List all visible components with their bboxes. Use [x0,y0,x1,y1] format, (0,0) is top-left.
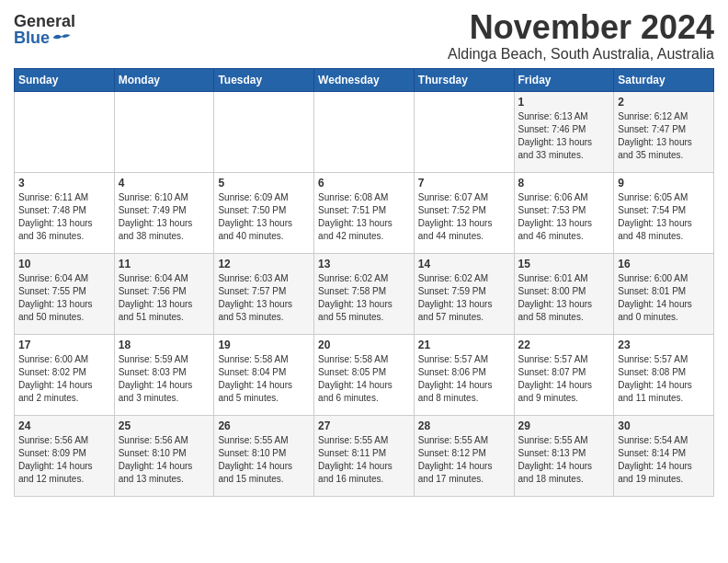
table-row: 24Sunrise: 5:56 AM Sunset: 8:09 PM Dayli… [15,415,115,496]
table-row: 14Sunrise: 6:02 AM Sunset: 7:59 PM Dayli… [414,253,514,334]
day-number: 25 [119,419,210,432]
day-number: 24 [18,419,110,432]
calendar-table: Sunday Monday Tuesday Wednesday Thursday… [14,68,714,497]
day-info: Sunrise: 5:55 AM Sunset: 8:13 PM Dayligh… [518,434,610,486]
day-number: 5 [218,177,310,190]
col-sunday: Sunday [15,68,115,91]
day-info: Sunrise: 6:08 AM Sunset: 7:51 PM Dayligh… [318,191,410,243]
table-row: 19Sunrise: 5:58 AM Sunset: 8:04 PM Dayli… [214,334,314,415]
table-row: 13Sunrise: 6:02 AM Sunset: 7:58 PM Dayli… [314,253,415,334]
table-row: 22Sunrise: 5:57 AM Sunset: 8:07 PM Dayli… [514,334,614,415]
day-info: Sunrise: 6:02 AM Sunset: 7:59 PM Dayligh… [418,272,510,324]
day-number: 11 [119,258,210,270]
day-number: 7 [418,177,510,190]
table-row: 20Sunrise: 5:58 AM Sunset: 8:05 PM Dayli… [314,334,415,415]
day-info: Sunrise: 5:56 AM Sunset: 8:10 PM Dayligh… [119,434,210,486]
day-info: Sunrise: 6:04 AM Sunset: 7:55 PM Dayligh… [18,272,110,324]
calendar-week-row: 3Sunrise: 6:11 AM Sunset: 7:48 PM Daylig… [15,172,714,253]
day-info: Sunrise: 5:57 AM Sunset: 8:06 PM Dayligh… [418,353,510,405]
calendar-week-row: 1Sunrise: 6:13 AM Sunset: 7:46 PM Daylig… [15,91,714,172]
calendar-week-row: 24Sunrise: 5:56 AM Sunset: 8:09 PM Dayli… [15,415,714,496]
day-info: Sunrise: 6:04 AM Sunset: 7:56 PM Dayligh… [119,272,210,324]
day-number: 23 [618,339,710,351]
day-info: Sunrise: 6:02 AM Sunset: 7:58 PM Dayligh… [318,272,410,324]
day-number: 12 [218,258,310,270]
table-row: 7Sunrise: 6:07 AM Sunset: 7:52 PM Daylig… [414,172,514,253]
table-row: 15Sunrise: 6:01 AM Sunset: 8:00 PM Dayli… [514,253,614,334]
table-row [114,91,214,172]
day-info: Sunrise: 6:13 AM Sunset: 7:46 PM Dayligh… [518,110,610,162]
day-number: 29 [518,419,610,432]
header-row: Sunday Monday Tuesday Wednesday Thursday… [15,68,714,91]
table-row [314,91,415,172]
day-info: Sunrise: 5:55 AM Sunset: 8:11 PM Dayligh… [318,434,410,486]
day-info: Sunrise: 6:11 AM Sunset: 7:48 PM Dayligh… [18,191,110,243]
month-title: November 2024 [448,9,714,46]
day-info: Sunrise: 6:01 AM Sunset: 8:00 PM Dayligh… [518,272,610,324]
day-number: 27 [318,419,410,432]
table-row: 11Sunrise: 6:04 AM Sunset: 7:56 PM Dayli… [114,253,214,334]
day-number: 4 [119,177,210,190]
logo-bird-icon [51,30,72,45]
table-row: 4Sunrise: 6:10 AM Sunset: 7:49 PM Daylig… [114,172,214,253]
day-number: 1 [518,96,610,109]
day-info: Sunrise: 5:57 AM Sunset: 8:07 PM Dayligh… [518,353,610,405]
day-number: 30 [618,419,710,432]
table-row: 23Sunrise: 5:57 AM Sunset: 8:08 PM Dayli… [614,334,714,415]
day-info: Sunrise: 6:07 AM Sunset: 7:52 PM Dayligh… [418,191,510,243]
day-number: 18 [119,339,210,351]
logo-general-text: General [14,13,75,29]
day-info: Sunrise: 5:55 AM Sunset: 8:12 PM Dayligh… [418,434,510,486]
day-info: Sunrise: 5:58 AM Sunset: 8:04 PM Dayligh… [218,353,310,405]
day-number: 14 [418,258,510,270]
day-info: Sunrise: 6:00 AM Sunset: 8:01 PM Dayligh… [618,272,710,324]
table-row: 2Sunrise: 6:12 AM Sunset: 7:47 PM Daylig… [614,91,714,172]
col-thursday: Thursday [414,68,514,91]
day-number: 21 [418,339,510,351]
day-info: Sunrise: 5:54 AM Sunset: 8:14 PM Dayligh… [618,434,710,486]
table-row: 28Sunrise: 5:55 AM Sunset: 8:12 PM Dayli… [414,415,514,496]
title-block: November 2024 Aldinga Beach, South Austr… [448,9,714,63]
table-row: 21Sunrise: 5:57 AM Sunset: 8:06 PM Dayli… [414,334,514,415]
day-number: 6 [318,177,410,190]
day-info: Sunrise: 5:55 AM Sunset: 8:10 PM Dayligh… [218,434,310,486]
day-number: 8 [518,177,610,190]
day-number: 28 [418,419,510,432]
day-number: 16 [618,258,710,270]
day-info: Sunrise: 5:57 AM Sunset: 8:08 PM Dayligh… [618,353,710,405]
day-info: Sunrise: 6:03 AM Sunset: 7:57 PM Dayligh… [218,272,310,324]
day-number: 3 [18,177,110,190]
table-row: 16Sunrise: 6:00 AM Sunset: 8:01 PM Dayli… [614,253,714,334]
table-row: 26Sunrise: 5:55 AM Sunset: 8:10 PM Dayli… [214,415,314,496]
day-number: 17 [18,339,110,351]
day-number: 26 [218,419,310,432]
page-header: General Blue November 2024 Aldinga Beach… [14,9,714,63]
day-info: Sunrise: 6:05 AM Sunset: 7:54 PM Dayligh… [618,191,710,243]
day-info: Sunrise: 5:58 AM Sunset: 8:05 PM Dayligh… [318,353,410,405]
table-row: 1Sunrise: 6:13 AM Sunset: 7:46 PM Daylig… [514,91,614,172]
calendar-body: 1Sunrise: 6:13 AM Sunset: 7:46 PM Daylig… [15,91,714,496]
table-row: 18Sunrise: 5:59 AM Sunset: 8:03 PM Dayli… [114,334,214,415]
table-row: 5Sunrise: 6:09 AM Sunset: 7:50 PM Daylig… [214,172,314,253]
day-number: 19 [218,339,310,351]
table-row: 9Sunrise: 6:05 AM Sunset: 7:54 PM Daylig… [614,172,714,253]
table-row: 8Sunrise: 6:06 AM Sunset: 7:53 PM Daylig… [514,172,614,253]
day-info: Sunrise: 6:09 AM Sunset: 7:50 PM Dayligh… [218,191,310,243]
col-monday: Monday [114,68,214,91]
day-number: 13 [318,258,410,270]
day-info: Sunrise: 6:12 AM Sunset: 7:47 PM Dayligh… [618,110,710,162]
table-row: 12Sunrise: 6:03 AM Sunset: 7:57 PM Dayli… [214,253,314,334]
day-info: Sunrise: 5:56 AM Sunset: 8:09 PM Dayligh… [18,434,110,486]
day-number: 20 [318,339,410,351]
table-row: 10Sunrise: 6:04 AM Sunset: 7:55 PM Dayli… [15,253,115,334]
day-number: 10 [18,258,110,270]
col-friday: Friday [514,68,614,91]
table-row [214,91,314,172]
col-tuesday: Tuesday [214,68,314,91]
table-row: 30Sunrise: 5:54 AM Sunset: 8:14 PM Dayli… [614,415,714,496]
table-row: 29Sunrise: 5:55 AM Sunset: 8:13 PM Dayli… [514,415,614,496]
day-info: Sunrise: 6:06 AM Sunset: 7:53 PM Dayligh… [518,191,610,243]
calendar-week-row: 17Sunrise: 6:00 AM Sunset: 8:02 PM Dayli… [15,334,714,415]
table-row: 6Sunrise: 6:08 AM Sunset: 7:51 PM Daylig… [314,172,415,253]
day-info: Sunrise: 5:59 AM Sunset: 8:03 PM Dayligh… [119,353,210,405]
